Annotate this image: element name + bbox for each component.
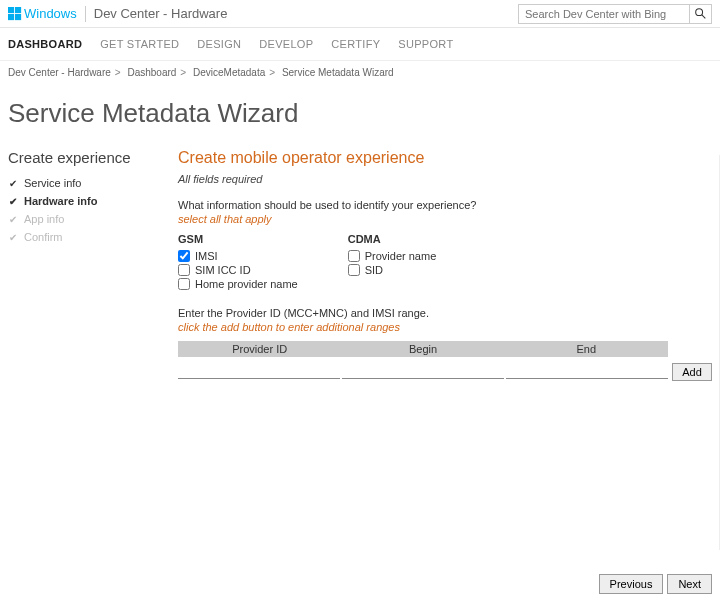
- windows-icon: [8, 7, 22, 21]
- crumb-1[interactable]: Dashboard: [127, 67, 176, 78]
- site-title: Dev Center - Hardware: [94, 6, 228, 21]
- range-table-header: Provider ID Begin End: [178, 341, 668, 357]
- next-button[interactable]: Next: [667, 574, 712, 594]
- gsm-column: GSM IMSI SIM ICC ID Home provider name: [178, 233, 298, 291]
- previous-button[interactable]: Previous: [599, 574, 664, 594]
- search-box: [518, 4, 712, 24]
- step-label: Service info: [24, 177, 81, 189]
- step-service-info[interactable]: ✔ Service info: [8, 174, 178, 192]
- search-input[interactable]: [519, 5, 689, 23]
- nav-support[interactable]: SUPPORT: [398, 38, 453, 50]
- sidebar-heading: Create experience: [8, 149, 178, 166]
- nav-design[interactable]: DESIGN: [197, 38, 241, 50]
- provider-instruction: Enter the Provider ID (MCC+MNC) and IMSI…: [178, 307, 712, 319]
- main-panel: Create mobile operator experience All fi…: [178, 149, 712, 383]
- top-bar: Windows Dev Center - Hardware: [0, 0, 720, 28]
- checkbox-sim-icc-id[interactable]: SIM ICC ID: [178, 263, 298, 277]
- step-confirm: ✔ Confirm: [8, 228, 178, 246]
- svg-rect-1: [15, 7, 21, 13]
- crumb-2[interactable]: DeviceMetadata: [193, 67, 265, 78]
- col-provider-id: Provider ID: [178, 341, 341, 357]
- divider: [85, 6, 86, 22]
- checkbox-sid[interactable]: SID: [348, 263, 437, 277]
- check-icon: ✔: [8, 196, 18, 207]
- nav-certify[interactable]: CERTIFY: [331, 38, 380, 50]
- search-icon[interactable]: [689, 5, 711, 23]
- step-label: App info: [24, 213, 64, 225]
- windows-logo-link[interactable]: Windows: [8, 6, 77, 21]
- check-icon: ✔: [8, 214, 18, 225]
- check-icon: ✔: [8, 178, 18, 189]
- step-app-info: ✔ App info: [8, 210, 178, 228]
- main-nav: DASHBOARD GET STARTED DESIGN DEVELOP CER…: [0, 28, 720, 61]
- nav-dashboard[interactable]: DASHBOARD: [8, 38, 82, 50]
- begin-input[interactable]: [342, 361, 504, 379]
- gsm-title: GSM: [178, 233, 298, 245]
- svg-rect-2: [8, 14, 14, 20]
- add-button[interactable]: Add: [672, 363, 712, 381]
- checkbox-imsi[interactable]: IMSI: [178, 249, 298, 263]
- logo-text: Windows: [24, 6, 77, 21]
- wizard-footer: Previous Next: [599, 574, 712, 594]
- col-end: End: [505, 341, 668, 357]
- nav-get-started[interactable]: GET STARTED: [100, 38, 179, 50]
- range-table-row: [178, 357, 668, 383]
- required-note: All fields required: [178, 173, 712, 185]
- checkbox-home-provider-name[interactable]: Home provider name: [178, 277, 298, 291]
- crumb-3: Service Metadata Wizard: [282, 67, 394, 78]
- select-hint: select all that apply: [178, 213, 712, 225]
- checkbox-input[interactable]: [178, 250, 190, 262]
- panel-heading: Create mobile operator experience: [178, 149, 712, 167]
- step-label: Confirm: [24, 231, 63, 243]
- cdma-title: CDMA: [348, 233, 437, 245]
- crumb-0[interactable]: Dev Center - Hardware: [8, 67, 111, 78]
- checkbox-input[interactable]: [178, 278, 190, 290]
- checkbox-input[interactable]: [348, 264, 360, 276]
- breadcrumb: Dev Center - Hardware> Dashboard> Device…: [0, 61, 720, 84]
- wizard-sidebar: Create experience ✔ Service info ✔ Hardw…: [8, 149, 178, 383]
- checkbox-provider-name[interactable]: Provider name: [348, 249, 437, 263]
- identify-question: What information should be used to ident…: [178, 199, 712, 211]
- check-icon: ✔: [8, 232, 18, 243]
- step-hardware-info[interactable]: ✔ Hardware info: [8, 192, 178, 210]
- provider-hint: click the add button to enter additional…: [178, 321, 712, 333]
- nav-develop[interactable]: DEVELOP: [259, 38, 313, 50]
- provider-id-input[interactable]: [178, 361, 340, 379]
- cdma-column: CDMA Provider name SID: [348, 233, 437, 291]
- svg-rect-3: [15, 14, 21, 20]
- col-begin: Begin: [341, 341, 504, 357]
- svg-point-4: [696, 9, 703, 16]
- step-label: Hardware info: [24, 195, 97, 207]
- checkbox-input[interactable]: [178, 264, 190, 276]
- checkbox-input[interactable]: [348, 250, 360, 262]
- svg-rect-0: [8, 7, 14, 13]
- page-title: Service Metadata Wizard: [0, 84, 720, 149]
- end-input[interactable]: [506, 361, 668, 379]
- svg-line-5: [702, 15, 705, 18]
